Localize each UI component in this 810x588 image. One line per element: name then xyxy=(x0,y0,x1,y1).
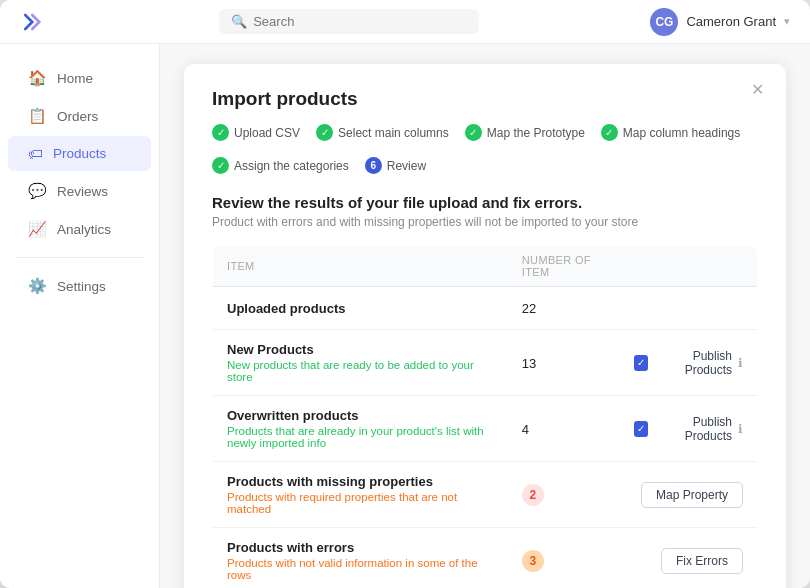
row-sublabel: Products with not valid information in s… xyxy=(227,557,494,581)
step-check-icon: ✓ xyxy=(212,157,229,174)
info-icon[interactable]: ℹ xyxy=(738,356,743,370)
table-row: Overwritten products Products that are a… xyxy=(213,396,758,462)
search-bar[interactable]: 🔍 xyxy=(219,9,479,34)
sidebar-item-home[interactable]: 🏠 Home xyxy=(8,60,151,96)
row-label: New Products xyxy=(227,342,494,357)
col-item-header: ITEM xyxy=(213,246,508,287)
username-label: Cameron Grant xyxy=(686,14,776,29)
table-row: Uploaded products 22 xyxy=(213,287,758,330)
sidebar-divider xyxy=(16,257,143,258)
table-row: Products with errors Products with not v… xyxy=(213,528,758,589)
import-modal: ✕ Import products ✓ Upload CSV ✓ Select … xyxy=(184,64,786,588)
row-sublabel: Products with required properties that a… xyxy=(227,491,494,515)
step-check-icon: ✓ xyxy=(212,124,229,141)
row-label: Uploaded products xyxy=(227,301,494,316)
step-label: Upload CSV xyxy=(234,126,300,140)
content-area: ✕ Import products ✓ Upload CSV ✓ Select … xyxy=(160,44,810,588)
row-label: Overwritten products xyxy=(227,408,494,423)
step-review: 6 Review xyxy=(365,157,426,174)
review-table: ITEM NUMBER OF ITEM Uploaded products 22 xyxy=(212,245,758,588)
info-icon[interactable]: ℹ xyxy=(738,422,743,436)
sidebar-item-label: Reviews xyxy=(57,184,108,199)
reviews-icon: 💬 xyxy=(28,182,47,200)
row-label: Products with missing properties xyxy=(227,474,494,489)
fix-errors-button[interactable]: Fix Errors xyxy=(661,548,743,574)
col-action-header xyxy=(620,246,758,287)
settings-icon: ⚙️ xyxy=(28,277,47,295)
topbar: 🔍 CG Cameron Grant ▾ xyxy=(0,0,810,44)
col-number-header: NUMBER OF ITEM xyxy=(508,246,620,287)
step-select-columns: ✓ Select main columns xyxy=(316,124,449,141)
analytics-icon: 📈 xyxy=(28,220,47,238)
review-heading: Review the results of your file upload a… xyxy=(212,194,758,211)
sidebar: 🏠 Home 📋 Orders 🏷 Products 💬 Reviews 📈 A… xyxy=(0,44,160,588)
step-label: Select main columns xyxy=(338,126,449,140)
publish-checkbox[interactable]: ✓ xyxy=(634,421,648,437)
row-count: 4 xyxy=(522,422,529,437)
sidebar-item-products[interactable]: 🏷 Products xyxy=(8,136,151,171)
table-row: New Products New products that are ready… xyxy=(213,330,758,396)
step-label: Review xyxy=(387,159,426,173)
row-label: Products with errors xyxy=(227,540,494,555)
main-area: 🏠 Home 📋 Orders 🏷 Products 💬 Reviews 📈 A… xyxy=(0,44,810,588)
table-header-row: ITEM NUMBER OF ITEM xyxy=(213,246,758,287)
sidebar-item-reviews[interactable]: 💬 Reviews xyxy=(8,173,151,209)
publish-row: ✓ Publish Products ℹ xyxy=(634,349,743,377)
table-row: Products with missing properties Product… xyxy=(213,462,758,528)
chevron-down-icon: ▾ xyxy=(784,15,790,28)
sidebar-item-label: Orders xyxy=(57,109,98,124)
home-icon: 🏠 xyxy=(28,69,47,87)
review-subtext: Product with errors and with missing pro… xyxy=(212,215,758,229)
products-icon: 🏷 xyxy=(28,145,43,162)
step-check-icon: ✓ xyxy=(316,124,333,141)
row-count: 22 xyxy=(522,301,536,316)
publish-checkbox[interactable]: ✓ xyxy=(634,355,648,371)
user-menu[interactable]: CG Cameron Grant ▾ xyxy=(650,8,790,36)
sidebar-item-analytics[interactable]: 📈 Analytics xyxy=(8,211,151,247)
steps-row: ✓ Upload CSV ✓ Select main columns ✓ Map… xyxy=(212,124,758,174)
publish-row: ✓ Publish Products ℹ xyxy=(634,415,743,443)
step-check-icon: ✓ xyxy=(601,124,618,141)
app-shell: 🔍 CG Cameron Grant ▾ 🏠 Home 📋 Orders 🏷 P… xyxy=(0,0,810,588)
close-button[interactable]: ✕ xyxy=(745,80,770,100)
badge-count: 3 xyxy=(522,550,544,572)
sidebar-item-label: Settings xyxy=(57,279,106,294)
modal-title: Import products xyxy=(212,88,758,110)
row-count: 13 xyxy=(522,356,536,371)
sidebar-item-orders[interactable]: 📋 Orders xyxy=(8,98,151,134)
step-upload-csv: ✓ Upload CSV xyxy=(212,124,300,141)
logo xyxy=(20,8,48,36)
avatar: CG xyxy=(650,8,678,36)
step-assign-categories: ✓ Assign the categories xyxy=(212,157,349,174)
step-check-icon: ✓ xyxy=(465,124,482,141)
step-num-icon: 6 xyxy=(365,157,382,174)
logo-icon xyxy=(20,8,48,36)
map-property-button[interactable]: Map Property xyxy=(641,482,743,508)
search-input[interactable] xyxy=(253,14,467,29)
sidebar-item-label: Home xyxy=(57,71,93,86)
row-sublabel: Products that are already in your produc… xyxy=(227,425,494,449)
badge-count: 2 xyxy=(522,484,544,506)
orders-icon: 📋 xyxy=(28,107,47,125)
publish-label: Publish Products xyxy=(654,415,732,443)
step-map-headings: ✓ Map column headings xyxy=(601,124,740,141)
publish-label: Publish Products xyxy=(654,349,732,377)
sidebar-item-label: Analytics xyxy=(57,222,111,237)
step-map-prototype: ✓ Map the Prototype xyxy=(465,124,585,141)
sidebar-item-settings[interactable]: ⚙️ Settings xyxy=(8,268,151,304)
step-label: Map the Prototype xyxy=(487,126,585,140)
search-icon: 🔍 xyxy=(231,14,247,29)
sidebar-item-label: Products xyxy=(53,146,106,161)
row-sublabel: New products that are ready to be added … xyxy=(227,359,494,383)
step-label: Map column headings xyxy=(623,126,740,140)
step-label: Assign the categories xyxy=(234,159,349,173)
